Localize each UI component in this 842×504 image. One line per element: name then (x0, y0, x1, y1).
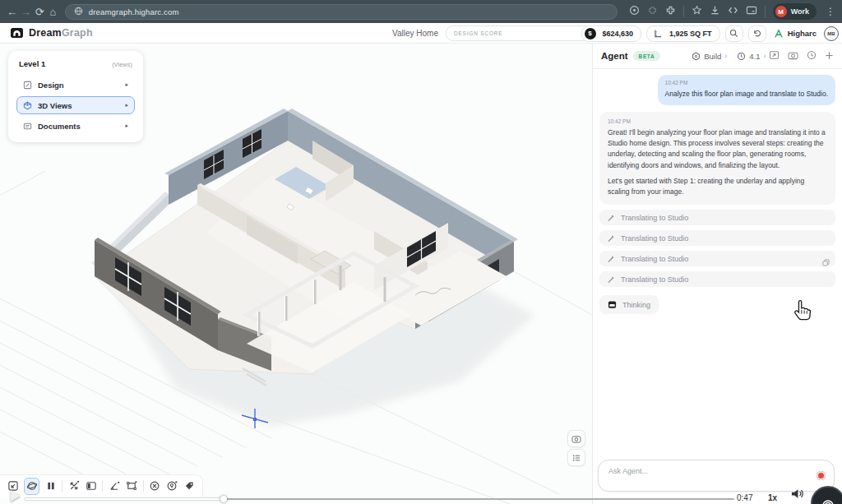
thinking-indicator: Thinking (599, 295, 659, 314)
recording-bubble[interactable] (811, 486, 842, 504)
history-button[interactable] (748, 25, 766, 42)
browser-actions: M Work ⋮ (629, 3, 835, 20)
history-clock-icon[interactable] (807, 49, 817, 63)
password-manager-icon[interactable] (629, 4, 640, 19)
scrubber-handle[interactable] (220, 496, 227, 502)
url-text[interactable]: dreamgraph.higharc.com (89, 7, 179, 16)
tool-status-row[interactable]: Translating to Studio (599, 251, 835, 266)
model-selector[interactable]: 4.1 › (737, 52, 766, 61)
popout-panel-icon[interactable] (769, 49, 780, 63)
agent-panel-header: Agent BETA Build › 4.1 › (593, 44, 842, 69)
agent-message-para1: Great! I'll begin analyzing your floor p… (608, 127, 827, 171)
playback-time: 0:47 (737, 493, 752, 502)
reload-icon[interactable]: ⟳ (35, 2, 44, 21)
user-message: 10:42 PM Analyze this floor plan image a… (599, 75, 835, 105)
tool-status-row[interactable]: Translating to Studio (599, 271, 835, 287)
undo-icon (752, 29, 761, 38)
message-timestamp: 10:42 PM (608, 118, 827, 124)
download-icon[interactable] (710, 4, 720, 19)
org-name: Higharc (788, 29, 817, 38)
scrubber-progress (25, 498, 224, 501)
mode-label: Build (704, 52, 721, 61)
recorder-glyph-icon (820, 498, 836, 504)
divider (765, 6, 766, 17)
mouse-cursor (792, 298, 813, 325)
beta-badge: BETA (633, 51, 661, 61)
sidebar-item-design[interactable]: Design ▸ (16, 76, 135, 94)
org-switcher[interactable]: Higharc (771, 29, 819, 39)
agent-title: Agent (601, 51, 628, 61)
screenshot-icon[interactable] (788, 49, 798, 63)
agent-message-para2: Let's get started with Step 1: creating … (608, 176, 827, 198)
agent-message-bubble: 10:42 PM Great! I'll begin analyzing you… (599, 112, 835, 206)
price-pill[interactable]: $ $624,630 (581, 25, 642, 42)
camera-icon (571, 435, 581, 443)
play-button[interactable] (11, 490, 21, 502)
copy-icon[interactable] (822, 255, 830, 270)
extensions-icon[interactable] (665, 4, 676, 19)
area-value: 1,925 SQ FT (669, 30, 712, 38)
search-button[interactable] (725, 25, 743, 42)
dollar-icon: $ (585, 28, 596, 39)
tool-icon (607, 214, 615, 222)
playback-speed[interactable]: 1x (768, 493, 777, 502)
search-icon (729, 29, 738, 38)
chevron-down-icon: › (724, 52, 727, 60)
chevron-right-icon: ▸ (125, 123, 128, 129)
user-avatar[interactable]: MB (824, 26, 839, 41)
extension-dim-icon[interactable] (647, 4, 658, 19)
tool-status-row[interactable]: Translating to Studio (599, 210, 835, 225)
tool-icon (607, 234, 615, 243)
app-header: DreamGraph Valley Home DESIGN SCORE 83 /… (0, 23, 842, 44)
sidebar-item-3d-views[interactable]: 3D Views ▸ (16, 96, 135, 114)
design-icon (23, 81, 32, 90)
price-value: $624,630 (603, 30, 634, 38)
brand[interactable]: DreamGraph (0, 27, 93, 39)
thinking-icon (608, 300, 617, 309)
profile-label: Work (791, 7, 809, 16)
message-timestamp: 10:42 PM (665, 80, 828, 86)
list-icon (572, 454, 581, 462)
camera-view-button[interactable] (567, 430, 585, 447)
address-bar[interactable]: dreamgraph.higharc.com (65, 4, 618, 20)
chevron-right-icon: ▸ (125, 81, 128, 88)
model-icon (737, 52, 746, 61)
devtools-icon[interactable] (728, 4, 738, 19)
viewport-controls (567, 430, 585, 466)
area-pill[interactable]: 1,925 SQ FT (646, 25, 720, 42)
back-icon[interactable]: ← (7, 2, 17, 21)
project-name[interactable]: Valley Home (392, 29, 438, 38)
screen: ← → ⟳ ⌂ dreamgraph.higharc.com M Work ⋮ (0, 0, 842, 504)
bookmark-icon[interactable] (692, 4, 702, 19)
tool-icon (607, 275, 615, 284)
browser-menu-icon[interactable]: ⋮ (826, 6, 835, 17)
volume-icon[interactable] (790, 488, 804, 503)
video-player-controls: 0:47 1x (0, 486, 842, 504)
tool-status-row[interactable]: Translating to Studio (599, 230, 835, 246)
record-icon[interactable] (817, 471, 826, 480)
layers-list-button[interactable] (567, 449, 585, 466)
video-scrubber[interactable] (25, 498, 734, 501)
level-label: Level 1 (19, 59, 45, 68)
ask-agent-input[interactable] (608, 467, 798, 475)
dreamgraph-logo-icon (11, 27, 23, 39)
build-icon (692, 52, 701, 61)
tool-icon (607, 255, 615, 263)
agent-panel-actions (769, 49, 834, 63)
design-score-label: DESIGN SCORE (454, 30, 502, 36)
forward-icon[interactable]: → (21, 2, 31, 21)
profile-avatar: M (775, 6, 787, 17)
higharc-logo-icon (774, 29, 784, 39)
agent-panel: Agent BETA Build › 4.1 › (592, 44, 842, 504)
site-info-icon[interactable] (74, 4, 83, 19)
viewport-3d[interactable]: Level 1 (Views) Design ▸ 3D Views ▸ (0, 44, 592, 504)
views-label: (Views) (112, 61, 132, 68)
mode-selector[interactable]: Build › (692, 52, 727, 61)
sidebar-item-documents[interactable]: Documents ▸ (16, 117, 135, 135)
header-right: $ $624,630 1,925 SQ FT Higharc MB (581, 23, 839, 44)
new-chat-icon[interactable] (825, 49, 834, 63)
tab-capture-icon[interactable] (746, 4, 757, 19)
browser-profile-chip[interactable]: M Work (773, 3, 817, 20)
chevron-right-icon: ▸ (125, 102, 128, 109)
home-icon[interactable]: ⌂ (48, 2, 58, 21)
